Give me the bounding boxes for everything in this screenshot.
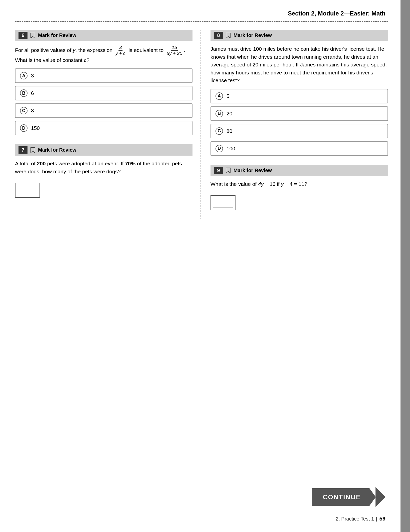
q6-fraction-2: 15 5y + 30 bbox=[166, 45, 183, 56]
q8-choice-a[interactable]: A 5 bbox=[210, 89, 388, 103]
mark-for-review-label-9: Mark for Review bbox=[234, 168, 272, 173]
question-block-7: 7 Mark for Review A total of 200 pets we… bbox=[15, 144, 192, 198]
question-8-header: 8 Mark for Review bbox=[210, 30, 388, 41]
q6-choice-d[interactable]: D 150 bbox=[15, 121, 192, 135]
q8-choice-a-letter: A bbox=[216, 92, 223, 100]
question-6-header: 6 Mark for Review bbox=[15, 30, 192, 41]
q8-choice-b-letter: B bbox=[216, 110, 223, 117]
footer-divider: | bbox=[376, 516, 378, 522]
q8-choice-c[interactable]: C 80 bbox=[210, 124, 388, 138]
q6-choice-d-value: 150 bbox=[31, 125, 40, 131]
two-column-layout: 6 Mark for Review For all positive value… bbox=[15, 30, 388, 219]
q6-choice-b-value: 6 bbox=[31, 90, 34, 96]
q8-choice-c-value: 80 bbox=[226, 128, 232, 134]
q6-choice-c[interactable]: C 8 bbox=[15, 103, 192, 118]
bookmark-icon-6 bbox=[30, 33, 35, 38]
q6-choice-b[interactable]: B 6 bbox=[15, 86, 192, 100]
mark-for-review-label-6: Mark for Review bbox=[38, 32, 76, 38]
question-7-text: A total of 200 pets were adopted at an e… bbox=[15, 160, 192, 175]
question-7-number: 7 bbox=[18, 146, 28, 154]
svg-marker-3 bbox=[226, 168, 230, 173]
footer-text: 2. Practice Test 1 bbox=[336, 516, 374, 522]
q6-choice-b-letter: B bbox=[20, 89, 28, 97]
q7-answer-box[interactable] bbox=[15, 183, 40, 198]
main-content: Section 2, Module 2—Easier: Math 6 Mark … bbox=[0, 0, 400, 532]
page-number: 59 bbox=[380, 516, 386, 522]
q7-input[interactable] bbox=[16, 183, 40, 197]
q8-choice-d-value: 100 bbox=[226, 146, 235, 152]
q9-answer-box[interactable] bbox=[210, 195, 236, 210]
q9-input[interactable] bbox=[211, 196, 235, 210]
q6-choice-c-letter: C bbox=[20, 107, 28, 114]
q6-var-c: c bbox=[84, 57, 86, 63]
question-7-header: 7 Mark for Review bbox=[15, 144, 192, 156]
right-column: 8 Mark for Review James must drive 100 m… bbox=[200, 30, 388, 219]
question-6-text: For all positive values of y, the expres… bbox=[15, 45, 192, 64]
question-9-number: 9 bbox=[214, 167, 223, 174]
question-block-9: 9 Mark for Review What is the value of 4… bbox=[210, 165, 388, 211]
q8-choice-d-letter: D bbox=[216, 145, 223, 152]
page-footer: 2. Practice Test 1 | 59 bbox=[336, 516, 386, 522]
q8-choice-d[interactable]: D 100 bbox=[210, 141, 388, 156]
svg-marker-2 bbox=[226, 33, 230, 38]
continue-arrow-icon bbox=[376, 487, 386, 507]
question-block-6: 6 Mark for Review For all positive value… bbox=[15, 30, 192, 135]
q6-choice-a[interactable]: A 3 bbox=[15, 68, 192, 83]
question-block-8: 8 Mark for Review James must drive 100 m… bbox=[210, 30, 388, 156]
continue-button[interactable]: CONTINUE bbox=[312, 488, 376, 506]
bookmark-icon-8 bbox=[226, 33, 230, 38]
q6-choice-a-value: 3 bbox=[31, 73, 34, 79]
question-6-number: 6 bbox=[18, 32, 28, 39]
page-title: Section 2, Module 2—Easier: Math bbox=[288, 10, 386, 17]
question-8-number: 8 bbox=[214, 32, 223, 39]
q8-choice-b-value: 20 bbox=[226, 111, 232, 117]
q6-choice-d-letter: D bbox=[20, 124, 28, 132]
mark-for-review-label-7: Mark for Review bbox=[38, 147, 76, 153]
mark-for-review-label-8: Mark for Review bbox=[234, 32, 272, 38]
bookmark-icon-7 bbox=[30, 147, 35, 153]
question-8-text: James must drive 100 miles before he can… bbox=[210, 45, 388, 84]
divider-line bbox=[15, 21, 388, 22]
q8-choice-b[interactable]: B 20 bbox=[210, 106, 388, 121]
continue-button-area: CONTINUE bbox=[312, 487, 386, 507]
q6-fraction-1: 3 y + c bbox=[115, 45, 126, 56]
q6-choice-c-value: 8 bbox=[31, 108, 34, 114]
q8-choice-a-value: 5 bbox=[226, 93, 230, 99]
q8-choice-c-letter: C bbox=[216, 127, 223, 135]
q6-var-y: y bbox=[73, 47, 76, 53]
q6-choice-a-letter: A bbox=[20, 72, 28, 79]
bookmark-icon-9 bbox=[226, 168, 230, 173]
question-9-text: What is the value of 4y − 16 if y − 4 = … bbox=[210, 180, 388, 188]
svg-marker-0 bbox=[30, 33, 35, 38]
page-header: Section 2, Module 2—Easier: Math bbox=[15, 10, 388, 17]
question-9-header: 9 Mark for Review bbox=[210, 165, 388, 176]
svg-marker-1 bbox=[30, 147, 35, 153]
left-column: 6 Mark for Review For all positive value… bbox=[15, 30, 200, 219]
right-sidebar bbox=[400, 0, 410, 532]
page-container: Section 2, Module 2—Easier: Math 6 Mark … bbox=[0, 0, 410, 532]
